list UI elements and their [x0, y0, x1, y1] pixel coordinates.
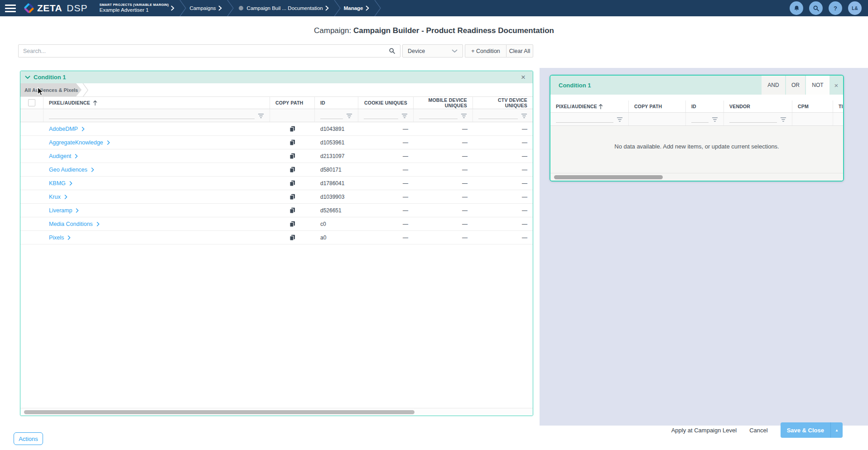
condition-1-result-panel: Condition 1 AND OR NOT × PIXEL/AUDIENCE … — [550, 75, 844, 182]
copy-path-button[interactable] — [270, 190, 315, 203]
audience-link[interactable]: AggregateKnowledge — [49, 139, 110, 146]
mobile-uniques-cell: — — [414, 177, 473, 190]
save-options-caret-button[interactable]: ▲ — [830, 422, 843, 438]
select-all-checkbox[interactable] — [28, 99, 35, 106]
clear-all-button[interactable]: Clear All — [506, 44, 533, 57]
filter-tim-empty — [833, 113, 844, 125]
save-and-close-button[interactable]: Save & Close — [781, 422, 830, 438]
copy-path-icon — [289, 139, 295, 146]
question-mark-icon: ? — [834, 5, 837, 12]
user-avatar[interactable]: L& — [848, 1, 862, 15]
col-copy-path[interactable]: COPY PATH — [270, 97, 315, 109]
filter-funnel-icon[interactable] — [401, 113, 408, 119]
horizontal-scrollbar[interactable] — [550, 173, 843, 181]
ctv-uniques-cell: — — [473, 204, 533, 217]
filter-id-input[interactable] — [691, 117, 709, 123]
filter-id-input[interactable] — [320, 114, 343, 119]
tab-all-audiences-pixels[interactable]: All Audiences & Pixels — [20, 83, 82, 96]
breadcrumb-advertiser[interactable]: SMART PROJECTS (VARIABLE MARGIN) Example… — [99, 3, 169, 13]
collapse-chevron-icon[interactable] — [25, 76, 30, 79]
copy-path-button[interactable] — [270, 217, 315, 230]
search-icon[interactable] — [389, 48, 395, 54]
copy-path-button[interactable] — [270, 122, 315, 135]
col-tim-truncated[interactable]: TIM — [833, 101, 844, 112]
scrollbar-thumb[interactable] — [24, 410, 415, 414]
copy-path-button[interactable] — [270, 231, 315, 244]
copy-path-button[interactable] — [270, 177, 315, 190]
audience-row-3: Geo Audiencesd580171——— — [20, 163, 533, 177]
filter-funnel-icon[interactable] — [346, 113, 352, 119]
col-cpm[interactable]: CPM — [792, 101, 833, 112]
operator-or-button[interactable]: OR — [786, 76, 805, 95]
filter-funnel-icon[interactable] — [461, 113, 467, 119]
copy-path-button[interactable] — [270, 204, 315, 217]
close-icon[interactable]: × — [829, 76, 843, 95]
col-id[interactable]: ID — [686, 101, 724, 112]
filter-funnel-icon[interactable] — [712, 117, 718, 123]
filter-funnel-icon[interactable] — [780, 117, 786, 123]
col-copy-path[interactable]: COPY PATH — [629, 101, 686, 112]
actions-button[interactable]: Actions — [14, 432, 43, 445]
add-condition-button[interactable]: + Condition — [465, 44, 506, 57]
global-search-button[interactable] — [809, 1, 823, 15]
filter-pixel-audience-input[interactable] — [556, 117, 613, 123]
cancel-link[interactable]: Cancel — [749, 427, 767, 434]
chevron-right-icon — [366, 5, 369, 11]
filter-funnel-icon[interactable] — [521, 113, 527, 119]
ctv-uniques-cell: — — [473, 136, 533, 149]
filter-funnel-icon[interactable] — [258, 113, 264, 119]
col-pixel-audience[interactable]: PIXEL/AUDIENCE — [550, 101, 629, 112]
col-mobile-device-uniques[interactable]: MOBILE DEVICE UNIQUES — [414, 97, 473, 109]
page-title-prefix: Campaign: — [314, 26, 351, 35]
copy-path-button[interactable] — [270, 136, 315, 149]
row-select-cell — [20, 177, 43, 190]
filter-cookie-uniques-input[interactable] — [364, 114, 398, 119]
audience-link[interactable]: AdobeDMP — [49, 126, 85, 132]
breadcrumb-manage[interactable]: Manage — [344, 5, 363, 11]
audience-link[interactable]: Liveramp — [49, 207, 79, 214]
close-icon[interactable]: × — [518, 73, 528, 81]
col-pixel-audience[interactable]: PIXEL/AUDIENCE — [43, 97, 270, 109]
notifications-bell-button[interactable] — [790, 1, 803, 15]
filter-mobile-uniques-input[interactable] — [419, 114, 458, 119]
col-vendor[interactable]: VENDOR — [724, 101, 792, 112]
zeta-dsp-logo[interactable]: ZETA DSP — [24, 3, 87, 14]
col-ctv-device-uniques[interactable]: CTV DEVICE UNIQUES — [473, 97, 533, 109]
copy-path-button[interactable] — [270, 149, 315, 163]
audience-link[interactable]: Krux — [49, 194, 68, 200]
row-select-cell — [20, 217, 43, 230]
col-id[interactable]: ID — [315, 97, 358, 109]
audience-row-0: AdobeDMPd1043891——— — [20, 122, 533, 136]
horizontal-scrollbar[interactable] — [20, 408, 533, 416]
operator-and-button[interactable]: AND — [762, 76, 785, 95]
cookie-uniques-cell: — — [358, 149, 414, 163]
search-box — [18, 44, 400, 57]
filter-ctv-uniques-input[interactable] — [478, 114, 518, 119]
hamburger-menu-icon[interactable] — [0, 0, 21, 16]
apply-at-campaign-level-link[interactable]: Apply at Campaign Level — [671, 427, 737, 434]
mobile-uniques-cell: — — [414, 217, 473, 230]
audience-row-5: Kruxd1039903——— — [20, 190, 533, 204]
audience-link[interactable]: Media Conditions — [49, 221, 100, 227]
save-and-close-split-button: Save & Close ▲ — [781, 422, 843, 438]
chevron-right-icon — [218, 5, 222, 11]
ctv-uniques-cell: — — [473, 163, 533, 176]
breadcrumb-campaigns[interactable]: Campaigns — [189, 5, 216, 11]
audience-link[interactable]: Geo Audiences — [49, 167, 94, 173]
filter-pixel-audience-input[interactable] — [49, 114, 255, 119]
cookie-uniques-cell: — — [358, 136, 414, 149]
search-input[interactable] — [23, 48, 389, 54]
filter-vendor-input[interactable] — [729, 117, 777, 123]
device-filter-select[interactable]: Device — [402, 44, 463, 57]
copy-path-button[interactable] — [270, 163, 315, 176]
col-cookie-uniques[interactable]: COOKIE UNIQUES — [358, 97, 414, 109]
scrollbar-thumb[interactable] — [554, 175, 663, 179]
audience-link[interactable]: Pixels — [49, 235, 71, 241]
operator-not-button[interactable]: NOT — [806, 76, 829, 95]
audience-link[interactable]: Audigent — [49, 153, 78, 159]
audience-toolbar: Device + Condition Clear All — [18, 44, 533, 57]
audience-link[interactable]: KBMG — [49, 180, 72, 187]
breadcrumb-campaign-name[interactable]: Campaign Buil ... Documentation — [247, 5, 323, 11]
help-button[interactable]: ? — [829, 1, 842, 15]
filter-funnel-icon[interactable] — [617, 117, 623, 123]
